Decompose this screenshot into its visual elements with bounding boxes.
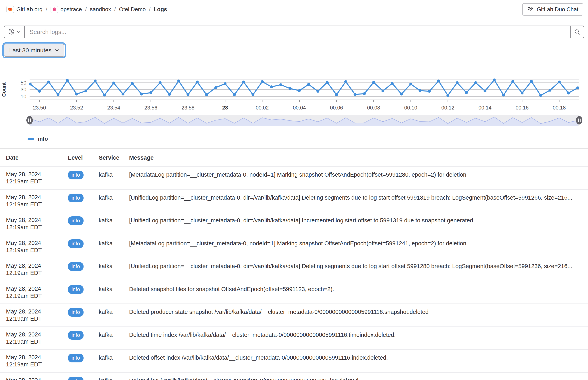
table-row[interactable]: May 28, 202412:19am EDT info kafka Delet… (0, 326, 588, 349)
table-row[interactable]: May 28, 202412:19am EDT info kafka Delet… (0, 281, 588, 304)
svg-text:23:52: 23:52 (70, 105, 83, 111)
column-header-service: Service (99, 154, 129, 161)
search-icon (574, 29, 580, 35)
level-info-badge: info (68, 331, 83, 340)
column-header-message: Message (129, 154, 584, 161)
search-history-button[interactable] (4, 26, 25, 38)
log-level-cell: info (68, 285, 99, 294)
level-info-badge: info (68, 377, 83, 380)
log-message-cell: [UnifiedLog partition=__cluster_metadata… (129, 216, 584, 224)
svg-text:00:04: 00:04 (293, 105, 306, 111)
breadcrumb-separator: / (46, 6, 47, 13)
breadcrumb-item-gitlab-org[interactable]: GitLab.org (6, 6, 42, 13)
search-bar (4, 26, 584, 38)
level-info-badge: info (68, 194, 83, 202)
time-range-row: Last 30 minutes (0, 38, 588, 57)
search-submit-button[interactable] (570, 26, 584, 38)
table-row[interactable]: May 28, 202412:19am EDT info kafka Delet… (0, 304, 588, 326)
breadcrumb-label: opstrace (60, 6, 82, 13)
table-row[interactable]: May 28, 202412:19am EDT info kafka [Unif… (0, 212, 588, 235)
svg-text:00:16: 00:16 (516, 105, 529, 111)
svg-text:Count: Count (1, 82, 7, 97)
chart-brush-minimap[interactable] (0, 114, 588, 127)
svg-text:28: 28 (222, 105, 228, 111)
log-service-cell: kafka (99, 239, 129, 247)
table-row[interactable]: May 28, 202412:19am EDT info kafka [Meta… (0, 235, 588, 258)
opstrace-logo-icon (51, 6, 58, 13)
log-level-cell: info (68, 331, 99, 340)
log-level-cell: info (68, 194, 99, 202)
log-message-cell: Deleted time index /var/lib/kafka/data/_… (129, 331, 584, 338)
logs-table-body: May 28, 202412:19am EDT info kafka [Meta… (0, 166, 588, 380)
breadcrumb-item-otel-demo[interactable]: Otel Demo (119, 6, 146, 13)
svg-text:00:08: 00:08 (367, 105, 380, 111)
log-service-cell: kafka (99, 171, 129, 178)
log-service-cell: kafka (99, 216, 129, 224)
log-service-cell: kafka (99, 377, 129, 380)
log-date-cell: May 28, 202412:19am EDT (6, 194, 68, 208)
legend-info-label: info (38, 136, 48, 142)
log-level-cell: info (68, 239, 99, 248)
level-info-badge: info (68, 216, 83, 225)
log-level-cell: info (68, 354, 99, 362)
log-date-cell: May 28, 202412:19am EDT (6, 285, 68, 300)
table-row[interactable]: May 28, 202412:19am EDT info kafka Delet… (0, 349, 588, 372)
table-row[interactable]: May 28, 202412:19am EDT info kafka [Unif… (0, 258, 588, 281)
time-range-label: Last 30 minutes (9, 47, 52, 54)
breadcrumb-label: GitLab.org (16, 6, 42, 13)
breadcrumb-label: sandbox (90, 6, 111, 13)
log-level-cell: info (68, 377, 99, 380)
chart-legend[interactable]: info (28, 136, 588, 142)
log-message-cell: Deleted producer state snapshot /var/lib… (129, 308, 584, 315)
brush-handle-right[interactable] (576, 116, 582, 124)
log-message-cell: Deleted log /var/lib/kafka/data/__cluste… (129, 377, 584, 380)
time-range-dropdown[interactable]: Last 30 minutes (4, 44, 64, 57)
log-service-cell: kafka (99, 262, 129, 269)
table-row[interactable]: May 28, 202412:19am EDT info kafka [Unif… (0, 189, 588, 212)
breadcrumb-item-sandbox[interactable]: sandbox (90, 6, 111, 13)
log-level-cell: info (68, 171, 99, 179)
breadcrumb: GitLab.org / opstrace / (6, 6, 167, 13)
log-level-cell: info (68, 308, 99, 317)
count-line-chart: 103050Count23:5023:5223:5423:5623:582800… (0, 74, 588, 114)
log-level-cell: info (68, 262, 99, 271)
svg-text:00:02: 00:02 (256, 105, 269, 111)
svg-text:00:10: 00:10 (404, 105, 417, 111)
log-message-cell: [UnifiedLog partition=__cluster_metadata… (129, 262, 584, 269)
search-input[interactable] (25, 26, 570, 38)
duo-chat-button[interactable]: GitLab Duo Chat (522, 3, 583, 16)
brush-handle-left[interactable] (26, 116, 33, 124)
log-message-cell: [MetadataLog partition=__cluster_metadat… (129, 171, 584, 178)
svg-text:23:50: 23:50 (33, 105, 46, 111)
chevron-down-icon (55, 48, 59, 53)
log-service-cell: kafka (99, 194, 129, 201)
column-header-date: Date (6, 154, 68, 161)
svg-text:00:06: 00:06 (330, 105, 343, 111)
search-toolbar (0, 19, 588, 38)
table-row[interactable]: May 28, 202412:19am EDT info kafka Delet… (0, 372, 588, 380)
svg-text:00:18: 00:18 (553, 105, 566, 111)
table-row[interactable]: May 28, 202412:19am EDT info kafka [Meta… (0, 166, 588, 189)
log-message-cell: [MetadataLog partition=__cluster_metadat… (129, 239, 584, 247)
level-info-badge: info (68, 308, 83, 317)
svg-text:23:54: 23:54 (107, 105, 120, 111)
top-bar: GitLab.org / opstrace / (0, 0, 588, 19)
log-date-cell: May 28, 202412:19am EDT (6, 216, 68, 231)
log-volume-chart: 103050Count23:5023:5223:5423:5623:582800… (0, 74, 588, 142)
log-date-cell: May 28, 202412:19am EDT (6, 331, 68, 345)
log-message-cell: [UnifiedLog partition=__cluster_metadata… (129, 194, 584, 201)
legend-info-swatch (28, 138, 34, 140)
log-date-cell: May 28, 202412:19am EDT (6, 308, 68, 323)
log-service-cell: kafka (99, 308, 129, 315)
breadcrumb-separator: / (85, 6, 87, 13)
log-service-cell: kafka (99, 285, 129, 292)
log-date-cell: May 28, 202412:19am EDT (6, 354, 68, 368)
svg-text:10: 10 (20, 94, 26, 99)
duo-chat-label: GitLab Duo Chat (537, 6, 578, 13)
svg-text:00:12: 00:12 (441, 105, 454, 111)
level-info-badge: info (68, 285, 83, 294)
breadcrumb-item-opstrace[interactable]: opstrace (51, 6, 82, 13)
level-info-badge: info (68, 354, 83, 362)
level-info-badge: info (68, 239, 83, 248)
svg-text:23:58: 23:58 (181, 105, 195, 111)
